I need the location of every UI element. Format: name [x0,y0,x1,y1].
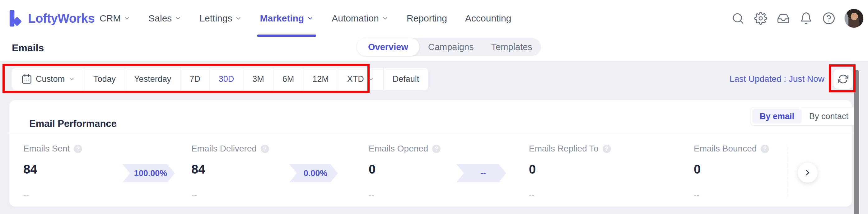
chevron-down-icon [367,75,374,83]
stat-value: 0 [694,162,840,176]
stat-emails-replied-to: Emails Replied To ? 0 -- [529,144,675,200]
vertical-scrollbar[interactable] [854,70,859,214]
email-performance-card: Email Performance By email By contact Em… [9,100,852,207]
tab-overview[interactable]: Overview [357,38,420,56]
header-icon-group [731,9,864,28]
filter-custom[interactable]: Custom [12,68,84,90]
filter-default[interactable]: Default [383,68,428,90]
nav-item-automation[interactable]: Automation [332,0,389,37]
toggle-by-contact[interactable]: By contact [802,109,856,123]
nav-item-crm[interactable]: CRM [99,0,130,37]
date-filter-bar: Custom Today Yesterday 7D 30D 3M 6M 12M … [12,68,428,90]
calendar-icon [21,73,32,85]
filter-xtd[interactable]: XTD [338,68,383,90]
nav-item-sales[interactable]: Sales [148,0,181,37]
stat-label: Emails Sent [23,144,70,154]
stat-label: Emails Delivered [191,144,257,154]
nav-item-reporting[interactable]: Reporting [407,0,447,37]
help-icon[interactable] [822,11,836,26]
tab-campaigns[interactable]: Campaigns [420,38,483,56]
stat-label: Emails Opened [369,144,428,154]
chevron-down-icon [68,75,75,83]
panel-title: Email Performance [29,118,117,129]
main-nav: CRM Sales Lettings Marketing Automation [99,0,511,37]
chevron-down-icon [235,15,242,22]
stat-sub-value: -- [23,191,169,200]
filter-12m[interactable]: 12M [303,68,338,90]
search-icon[interactable] [731,11,745,26]
stat-emails-bounced: Emails Bounced ? 0 -- [694,144,840,200]
loftyworks-logo-icon [8,10,24,27]
brand-logo[interactable]: LoftyWorks [8,10,99,27]
user-avatar[interactable] [844,9,864,28]
tab-templates[interactable]: Templates [483,38,541,56]
stats-separator [787,146,787,198]
last-updated-text: Last Updated : Just Now [730,68,825,90]
filter-7d[interactable]: 7D [181,68,210,90]
bell-icon[interactable] [799,11,813,26]
stat-sub-value: -- [694,191,840,200]
page-title: Emails [12,42,44,54]
help-icon[interactable]: ? [74,145,82,153]
stat-sub-value: -- [191,191,338,200]
next-stats-button[interactable] [798,163,817,183]
stat-value: 0 [529,162,675,176]
chevron-down-icon [307,15,314,22]
nav-item-accounting[interactable]: Accounting [465,0,511,37]
chevron-right-icon [803,168,812,177]
emails-overview-screen: LoftyWorks CRM Sales Lettings Marketing [0,0,868,214]
chevron-down-icon [124,15,130,22]
emails-tab-group: Overview Campaigns Templates [357,38,541,56]
stat-sub-value: -- [369,191,515,200]
primary-nav-row: LoftyWorks CRM Sales Lettings Marketing [0,0,868,37]
stat-label: Emails Replied To [529,144,598,154]
top-header: LoftyWorks CRM Sales Lettings Marketing [0,0,868,62]
nav-item-marketing[interactable]: Marketing [260,0,314,37]
gear-icon[interactable] [753,11,768,26]
help-icon[interactable]: ? [602,145,611,153]
chevron-down-icon [382,15,389,22]
stat-sub-value: -- [529,191,675,200]
refresh-button[interactable] [833,69,853,89]
chevron-down-icon [175,15,181,22]
help-icon[interactable]: ? [261,145,269,153]
rate-badge-sent: 100.00% [123,164,175,182]
rate-badge-opened: -- [456,164,506,182]
filter-today[interactable]: Today [84,68,125,90]
filter-3m[interactable]: 3M [243,68,274,90]
stat-label: Emails Bounced [694,144,756,154]
refresh-icon [838,74,848,84]
brand-name: LoftyWorks [28,11,95,26]
help-icon[interactable]: ? [761,145,769,153]
help-icon[interactable]: ? [432,145,440,153]
inbox-icon[interactable] [776,11,790,26]
panel-divider [9,133,852,133]
filter-30d[interactable]: 30D [210,68,244,90]
by-email-contact-toggle: By email By contact [750,107,858,126]
toggle-by-email[interactable]: By email [752,109,802,123]
nav-item-lettings[interactable]: Lettings [199,0,242,37]
page-header-row: Emails Overview Campaigns Templates [0,37,868,62]
filter-6m[interactable]: 6M [274,68,304,90]
filter-yesterday[interactable]: Yesterday [125,68,181,90]
